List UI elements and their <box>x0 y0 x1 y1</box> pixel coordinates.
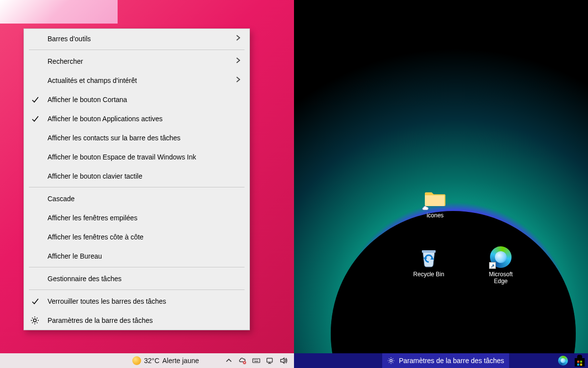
checkmark-icon <box>31 297 40 306</box>
svg-point-14 <box>390 360 392 362</box>
desktop-edge-icon[interactable]: ↗ Microsoft Edge <box>481 245 520 285</box>
menu-separator <box>29 50 245 50</box>
menu-item-label: Afficher les contacts sur la barre des t… <box>48 134 180 142</box>
system-tray <box>224 356 294 365</box>
menu-item-label: Rechercher <box>48 57 83 65</box>
taskbar-context-menu: Barres d'outilsRechercherActualités et c… <box>24 28 250 330</box>
taskbar-edge-button[interactable] <box>555 353 571 368</box>
taskbar-settings-label: Paramètres de la barre des tâches <box>399 357 504 365</box>
onedrive-icon[interactable] <box>238 356 247 365</box>
submenu-arrow-icon <box>235 76 242 84</box>
menu-item[interactable]: Afficher les contacts sur la barre des t… <box>24 128 249 147</box>
svg-point-0 <box>33 319 36 322</box>
svg-rect-16 <box>580 361 582 363</box>
svg-marker-10 <box>281 358 284 364</box>
weather-temperature: 32°C <box>144 357 159 365</box>
menu-item[interactable]: Afficher le bouton clavier tactile <box>24 166 249 185</box>
menu-item[interactable]: Afficher le bouton Cortana <box>24 90 249 109</box>
tray-overflow-icon[interactable] <box>224 356 233 365</box>
desktop-folder-label: icones <box>427 212 444 219</box>
menu-item[interactable]: Afficher les fenêtres côte à côte <box>24 227 249 246</box>
menu-item-label: Paramètres de la barre des tâches <box>48 316 153 324</box>
svg-rect-2 <box>253 359 260 363</box>
menu-item[interactable]: Barres d'outils <box>24 29 249 48</box>
menu-item[interactable]: Paramètres de la barre des tâches <box>24 311 249 330</box>
taskbar-left: 32°C Alerte jaune <box>0 353 294 368</box>
svg-rect-15 <box>577 361 579 363</box>
menu-item-label: Gestionnaire des tâches <box>48 275 122 283</box>
menu-item-label: Barres d'outils <box>48 35 91 43</box>
menu-item[interactable]: Afficher les fenêtres empilées <box>24 208 249 227</box>
desktop-recycle-bin-icon[interactable]: Recycle Bin <box>409 245 448 278</box>
menu-item[interactable]: Gestionnaire des tâches <box>24 269 249 288</box>
desktop-icons-area: icones Recycle Bin ↗ Microsoft Edge <box>294 0 588 353</box>
menu-item-label: Actualités et champs d'intérêt <box>48 77 137 84</box>
menu-item[interactable]: Cascade <box>24 189 249 208</box>
menu-item-label: Afficher le bouton Espace de travail Win… <box>48 153 196 161</box>
desktop-folder-icon[interactable]: icones <box>416 186 455 219</box>
edge-logo-icon <box>558 356 568 366</box>
svg-rect-17 <box>577 364 579 366</box>
menu-item[interactable]: Rechercher <box>24 52 249 71</box>
menu-item-label: Afficher le bouton Applications actives <box>48 115 163 123</box>
submenu-arrow-icon <box>235 57 242 65</box>
right-desktop-wallpaper: icones Recycle Bin ↗ Microsoft Edge <box>294 0 588 368</box>
menu-item-label: Verrouiller toutes les barres des tâches <box>48 297 166 305</box>
menu-item[interactable]: Afficher le Bureau <box>24 246 249 265</box>
desktop-recycle-bin-label: Recycle Bin <box>413 271 444 278</box>
sun-icon <box>132 356 141 365</box>
start-menu-tile <box>0 0 118 24</box>
left-desktop-wallpaper: Barres d'outilsRechercherActualités et c… <box>0 0 294 368</box>
cloud-sync-badge-icon <box>421 204 429 212</box>
checkmark-icon <box>31 95 40 104</box>
menu-item-label: Afficher le bouton clavier tactile <box>48 172 143 180</box>
svg-rect-7 <box>267 358 272 362</box>
menu-item[interactable]: Afficher le bouton Applications actives <box>24 109 249 128</box>
svg-rect-18 <box>580 364 582 366</box>
weather-widget[interactable]: 32°C Alerte jaune <box>132 356 199 365</box>
svg-rect-11 <box>422 250 436 253</box>
taskbar-right: Paramètres de la barre des tâches <box>294 353 588 368</box>
network-icon[interactable] <box>266 356 274 365</box>
menu-item-label: Cascade <box>48 195 74 203</box>
menu-item[interactable]: Afficher le bouton Espace de travail Win… <box>24 147 249 166</box>
menu-separator <box>29 289 245 290</box>
menu-item[interactable]: Actualités et champs d'intérêt <box>24 71 249 90</box>
gear-icon <box>30 315 40 325</box>
menu-item-label: Afficher le Bureau <box>48 252 102 260</box>
weather-status: Alerte jaune <box>162 357 199 365</box>
touch-keyboard-icon[interactable] <box>252 356 261 365</box>
menu-separator <box>29 267 245 267</box>
gear-icon <box>387 357 395 365</box>
submenu-arrow-icon <box>235 34 242 43</box>
menu-item-label: Afficher les fenêtres empilées <box>48 214 137 222</box>
checkmark-icon <box>31 114 40 123</box>
menu-item-label: Afficher les fenêtres côte à côte <box>48 233 144 241</box>
menu-item-label: Afficher le bouton Cortana <box>48 96 127 104</box>
menu-item[interactable]: Verrouiller toutes les barres des tâches <box>24 291 249 311</box>
store-icon <box>571 352 588 368</box>
taskbar-store-button[interactable] <box>571 353 588 368</box>
desktop-edge-label: Microsoft Edge <box>481 271 520 285</box>
menu-separator <box>29 187 245 187</box>
volume-icon[interactable] <box>279 356 288 365</box>
shortcut-arrow-icon: ↗ <box>489 262 496 269</box>
taskbar-settings-button[interactable]: Paramètres de la barre des tâches <box>382 353 509 368</box>
